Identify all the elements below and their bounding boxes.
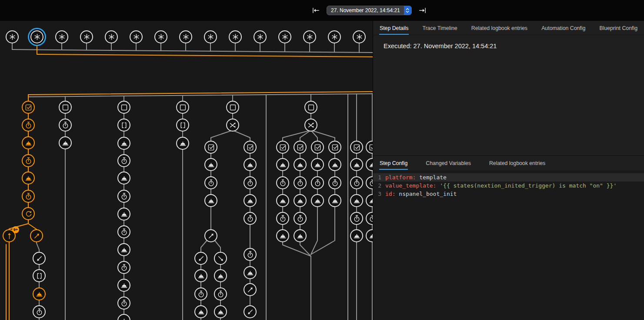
trace-node-dome[interactable] [276,194,289,207]
tab-related-logbook-entries-lower[interactable]: Related logbook entries [489,156,546,170]
trace-node-timer[interactable] [59,119,72,132]
trace-node-dome[interactable] [204,158,217,171]
trace-node-timer[interactable] [204,176,217,189]
trace-node-dome[interactable] [311,158,324,171]
trace-node-brackets[interactable] [33,269,46,282]
trace-node-asterisk[interactable] [154,30,167,43]
trace-node-dome[interactable] [117,208,130,221]
trace-node-dome[interactable] [117,279,130,292]
trace-node-timer[interactable] [244,248,257,261]
trace-node-asterisk[interactable] [179,30,192,43]
trace-node-checkbox[interactable] [311,141,324,154]
trace-node-asterisk[interactable] [105,30,118,43]
trace-node-timer[interactable] [22,154,35,167]
trace-node-dome[interactable] [276,229,289,242]
trace-node-dome[interactable] [194,269,207,282]
trace-node-dome[interactable] [244,158,257,171]
trace-node-asterisk[interactable] [353,30,366,43]
trace-node-timer[interactable] [294,212,307,225]
trace-node-arrow-down-left[interactable] [194,252,207,265]
trace-node-timer[interactable] [276,176,289,189]
trace-node-checkbox[interactable] [22,101,35,114]
tab-step-details[interactable]: Step Details [379,21,409,35]
tab-trace-timeline[interactable]: Trace Timeline [422,21,457,35]
trace-node-arrow-down-left[interactable] [244,305,257,318]
trace-node-timer[interactable] [22,119,35,132]
trace-node-timer[interactable] [350,212,363,225]
trace-node-timer[interactable] [194,287,207,300]
trace-node-timer[interactable] [311,176,324,189]
trace-node-asterisk[interactable] [229,30,242,43]
trace-node-timer[interactable] [244,212,257,225]
trace-node-dome[interactable] [350,158,363,171]
trace-node-dome[interactable] [117,172,130,185]
trace-date-select[interactable]: 27. November 2022, 14:54:21 [327,6,412,15]
trace-node-repeat[interactable] [22,207,35,220]
trace-node-dome[interactable] [117,243,130,256]
automation-trace-graph[interactable]: 9+ [0,21,373,320]
trace-node-dome[interactable] [204,194,217,207]
trace-node-dome[interactable] [294,158,307,171]
trace-node-timer[interactable] [117,154,130,167]
trace-node-timer[interactable] [117,297,130,310]
trace-node-timer[interactable] [276,212,289,225]
trace-node-dome[interactable] [214,305,227,318]
trace-node-timer[interactable] [244,176,257,189]
trace-node-asterisk[interactable] [80,30,93,43]
trace-node-timer[interactable] [117,261,130,274]
trace-node-asterisk[interactable] [30,30,43,43]
trace-node-dome[interactable] [328,158,341,171]
trace-node-checkbox[interactable] [204,141,217,154]
trace-node-arrow-down-right[interactable] [214,252,227,265]
tab-step-config[interactable]: Step Config [379,156,408,170]
trace-node-timer[interactable] [117,225,130,238]
tab-blueprint-config[interactable]: Blueprint Config [599,21,638,35]
trace-node-dome[interactable] [214,269,227,282]
trace-node-dome[interactable] [350,229,363,242]
trace-node-asterisk[interactable] [204,30,217,43]
trace-node-dome[interactable] [294,229,307,242]
trace-node-asterisk[interactable] [254,30,267,43]
trace-node-brackets[interactable] [117,119,130,132]
trace-node-asterisk[interactable] [278,30,291,43]
tab-related-logbook-entries[interactable]: Related logbook entries [471,21,528,35]
trace-node-dome[interactable] [22,136,35,149]
trace-node-asterisk[interactable] [6,30,19,43]
trace-node-checkbox[interactable] [276,141,289,154]
trace-node-square[interactable] [117,101,130,114]
trace-node-timer[interactable] [350,176,363,189]
previous-trace-button[interactable] [311,6,321,15]
trace-node-dome[interactable] [244,194,257,207]
trace-node-asterisk[interactable] [130,30,143,43]
trace-node-timer[interactable] [328,176,341,189]
tab-changed-variables[interactable]: Changed Variables [425,156,471,170]
trace-node-dome[interactable] [276,158,289,171]
trace-node-asterisk[interactable] [55,30,68,43]
trace-node-checkbox[interactable] [294,141,307,154]
trace-node-dome[interactable] [328,194,341,207]
tab-automation-config[interactable]: Automation Config [541,21,586,35]
trace-node-dome[interactable] [244,266,257,279]
trace-node-shuffle[interactable] [304,119,317,132]
trace-node-square[interactable] [304,101,317,114]
trace-node-dome[interactable] [22,172,35,185]
trace-node-square[interactable] [176,101,189,114]
trace-node-timer[interactable] [117,190,130,203]
step-config-editor[interactable]: 1 platform: template 2 value_template: '… [373,170,644,320]
trace-node-dome[interactable] [194,305,207,318]
trace-node-timer[interactable] [294,176,307,189]
trace-node-arrow-up-right[interactable] [30,229,43,242]
trace-node-square[interactable] [59,101,72,114]
trace-node-arrow-down-left[interactable] [33,252,46,265]
trace-node-checkbox[interactable] [328,141,341,154]
trace-node-dome[interactable] [311,194,324,207]
trace-node-dome[interactable] [59,136,72,149]
trace-node-asterisk[interactable] [303,30,316,43]
trace-node-shuffle[interactable] [226,119,239,132]
trace-node-arrow-up-right[interactable] [204,229,217,242]
trace-node-dome[interactable] [117,137,130,150]
trace-node-brackets[interactable] [176,119,189,132]
trace-node-checkbox[interactable] [350,141,363,154]
trace-node-square[interactable] [226,101,239,114]
next-trace-button[interactable] [417,6,427,15]
